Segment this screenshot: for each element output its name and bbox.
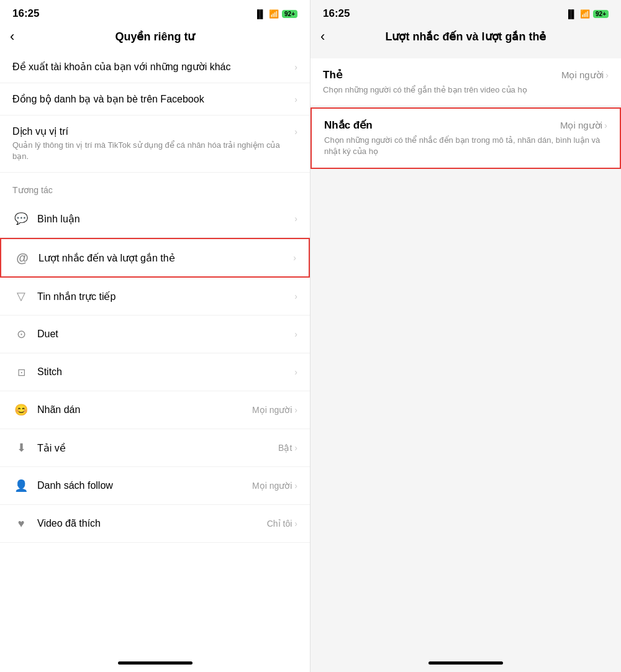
signal-icon: ▐▌ (255, 9, 266, 19)
settings-item-video-da-thich[interactable]: ♥ Video đã thích Chỉ tôi › (0, 505, 310, 543)
danh-sach-text: Danh sách follow (37, 480, 113, 491)
luot-nhac-text: Lượt nhắc đến và lượt gắn thẻ (39, 252, 175, 264)
dong-bo-text: Đồng bộ danh bạ và bạn bè trên Facebook (12, 93, 204, 105)
stitch-icon: ⊡ (12, 363, 30, 381)
right-nav-title: Lượt nhắc đến và lượt gắn thẻ (386, 30, 546, 43)
nhac-den-title: Nhắc đến (324, 119, 373, 132)
duet-icon: ⊙ (12, 325, 30, 343)
duet-text: Duet (37, 329, 58, 340)
video-thich-value: Chỉ tôi (267, 519, 292, 529)
nhac-den-desc: Chọn những người có thể nhắc đến bạn tro… (324, 135, 607, 157)
right-signal-icon: ▐▌ (566, 9, 577, 19)
right-time: 16:25 (323, 7, 350, 20)
the-title: Thẻ (323, 68, 342, 81)
de-xuat-text: Đề xuất tài khoản của bạn với những ngườ… (12, 61, 231, 73)
settings-item-danh-sach-follow[interactable]: 👤 Danh sách follow Mọi người › (0, 467, 310, 505)
the-desc: Chọn những người có thể gắn thẻ bạn trên… (323, 84, 609, 96)
danh-sach-icon: 👤 (12, 477, 30, 494)
right-status-bar: 16:25 ▐▌ 📶 92+ (310, 0, 621, 25)
left-back-button[interactable]: ‹ (10, 29, 14, 45)
video-thich-chevron: › (294, 519, 297, 529)
wifi-icon: 📶 (269, 9, 279, 19)
right-back-button[interactable]: ‹ (320, 29, 325, 45)
settings-item-de-xuat[interactable]: Đề xuất tài khoản của bạn với những ngườ… (0, 51, 310, 83)
nhan-dan-chevron: › (294, 405, 297, 415)
tin-nhan-chevron: › (294, 291, 297, 301)
settings-item-binh-luan[interactable]: 💬 Bình luận › (0, 200, 310, 238)
settings-item-dong-bo[interactable]: Đồng bộ danh bạ và bạn bè trên Facebook … (0, 83, 310, 116)
video-thich-text: Video đã thích (37, 518, 101, 529)
left-time: 16:25 (12, 7, 39, 20)
de-xuat-chevron: › (294, 62, 297, 72)
left-nav-bar: ‹ Quyền riêng tư (0, 25, 310, 51)
battery-badge: 92+ (282, 10, 297, 18)
settings-item-tin-nhan[interactable]: ▽ Tin nhắn trực tiếp › (0, 278, 310, 316)
right-nav-bar: ‹ Lượt nhắc đến và lượt gắn thẻ (310, 25, 621, 51)
right-battery-badge: 92+ (593, 10, 609, 18)
left-home-bar (118, 661, 193, 665)
tin-nhan-icon: ▽ (12, 288, 30, 305)
left-settings-list: Đề xuất tài khoản của bạn với những ngườ… (0, 51, 310, 653)
nhac-den-value: Mọi người › (560, 120, 607, 131)
binh-luan-text: Bình luận (37, 213, 80, 225)
tai-ve-icon: ⬇ (12, 439, 30, 456)
dich-vu-vi-tri-title: Dịch vụ vị trí (12, 125, 68, 137)
left-status-icons: ▐▌ 📶 92+ (255, 9, 297, 19)
right-card-the: Thẻ Mọi người › Chọn những người có thể … (310, 58, 621, 106)
the-chevron: › (605, 70, 609, 80)
right-home-bar (428, 661, 503, 665)
stitch-text: Stitch (37, 366, 62, 378)
left-home-indicator (0, 653, 310, 672)
tin-nhan-text: Tin nhắn trực tiếp (37, 291, 116, 302)
settings-item-tai-ve[interactable]: ⬇ Tải về Bật › (0, 429, 310, 467)
left-status-bar: 16:25 ▐▌ 📶 92+ (0, 0, 310, 25)
stitch-chevron: › (294, 367, 297, 377)
right-item-nhac-den[interactable]: Nhắc đến Mọi người › Chọn những người có… (310, 107, 621, 168)
settings-item-duet[interactable]: ⊙ Duet › (0, 316, 310, 353)
settings-item-dich-vu-vi-tri[interactable]: Dịch vụ vị trí › Quản lý thông tin vị tr… (0, 116, 310, 173)
nhan-dan-text: Nhãn dán (37, 404, 80, 415)
right-panel: 16:25 ▐▌ 📶 92+ ‹ Lượt nhắc đến và lượt g… (310, 0, 621, 672)
the-value: Mọi người › (561, 70, 609, 81)
right-content: Thẻ Mọi người › Chọn những người có thể … (310, 51, 621, 653)
settings-item-luot-nhac[interactable]: @ Lượt nhắc đến và lượt gắn thẻ › (0, 238, 310, 278)
duet-chevron: › (294, 329, 297, 339)
dich-vu-vi-tri-desc: Quản lý thông tin vị trí mà TikTok sử dụ… (12, 140, 297, 162)
binh-luan-chevron: › (294, 214, 297, 224)
danh-sach-value: Mọi người (252, 481, 292, 491)
right-status-icons: ▐▌ 📶 92+ (566, 9, 609, 19)
video-thich-icon: ♥ (12, 515, 30, 532)
tai-ve-value: Bật (278, 443, 292, 453)
right-item-the[interactable]: Thẻ Mọi người › Chọn những người có thể … (310, 58, 621, 106)
binh-luan-icon: 💬 (12, 210, 30, 227)
nhac-den-chevron: › (604, 120, 607, 130)
right-home-indicator (310, 653, 621, 672)
nhan-dan-icon: 😊 (12, 401, 30, 419)
settings-item-nhan-dan[interactable]: 😊 Nhãn dán Mọi người › (0, 391, 310, 429)
right-card-nhac-den: Nhắc đến Mọi người › Chọn những người có… (310, 107, 621, 168)
danh-sach-chevron: › (294, 481, 297, 491)
dong-bo-chevron: › (294, 94, 297, 104)
right-wifi-icon: 📶 (580, 9, 590, 19)
left-panel: 16:25 ▐▌ 📶 92+ ‹ Quyền riêng tư Đề xuất … (0, 0, 310, 672)
luot-nhac-icon: @ (14, 249, 31, 266)
tai-ve-text: Tải về (37, 442, 66, 454)
luot-nhac-chevron: › (293, 253, 296, 263)
nhan-dan-value: Mọi người (252, 405, 292, 415)
settings-item-stitch[interactable]: ⊡ Stitch › (0, 353, 310, 391)
section-tuong-tac: Tương tác (0, 173, 310, 200)
left-nav-title: Quyền riêng tư (115, 30, 194, 43)
dich-vu-vi-tri-chevron: › (294, 127, 297, 137)
tai-ve-chevron: › (294, 443, 297, 453)
